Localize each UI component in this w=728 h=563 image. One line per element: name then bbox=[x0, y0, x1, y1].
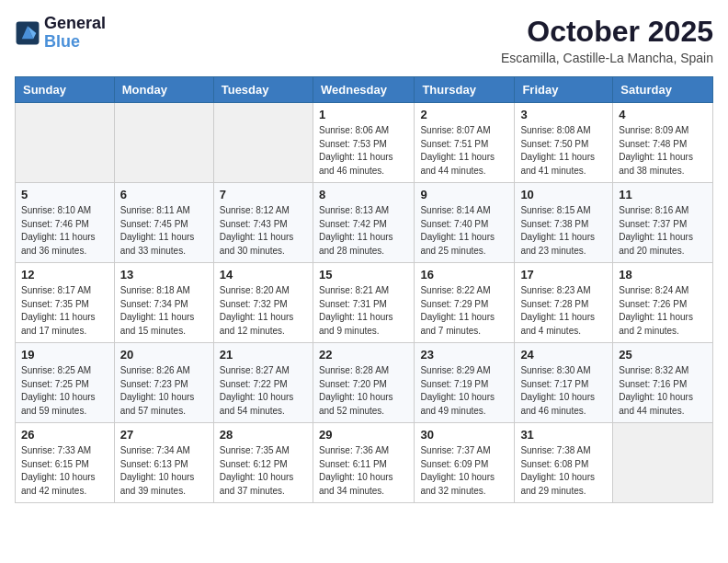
day-info: Sunrise: 8:27 AM Sunset: 7:22 PM Dayligh… bbox=[220, 364, 307, 418]
day-info: Sunrise: 8:12 AM Sunset: 7:43 PM Dayligh… bbox=[220, 204, 307, 258]
day-info: Sunrise: 8:17 AM Sunset: 7:35 PM Dayligh… bbox=[21, 284, 108, 338]
day-number: 8 bbox=[319, 188, 408, 201]
calendar-cell: 30Sunrise: 7:37 AM Sunset: 6:09 PM Dayli… bbox=[415, 423, 515, 503]
day-info: Sunrise: 8:15 AM Sunset: 7:38 PM Dayligh… bbox=[520, 204, 607, 258]
day-number: 25 bbox=[619, 348, 707, 362]
day-number: 16 bbox=[420, 268, 508, 282]
weekday-header-saturday: Saturday bbox=[613, 77, 713, 103]
day-number: 15 bbox=[319, 268, 408, 282]
day-number: 26 bbox=[21, 428, 108, 442]
calendar-cell: 13Sunrise: 8:18 AM Sunset: 7:34 PM Dayli… bbox=[114, 263, 213, 343]
logo-text: General Blue bbox=[44, 15, 106, 52]
calendar-cell: 4Sunrise: 8:09 AM Sunset: 7:48 PM Daylig… bbox=[613, 103, 713, 183]
weekday-header-monday: Monday bbox=[114, 77, 213, 103]
calendar-cell bbox=[613, 423, 713, 503]
logo: General Blue bbox=[15, 15, 106, 52]
calendar-cell: 6Sunrise: 8:11 AM Sunset: 7:45 PM Daylig… bbox=[114, 183, 213, 263]
page-header: General Blue October 2025 Escamilla, Cas… bbox=[15, 15, 713, 65]
day-number: 30 bbox=[420, 428, 508, 442]
calendar-cell: 17Sunrise: 8:23 AM Sunset: 7:28 PM Dayli… bbox=[515, 263, 613, 343]
calendar-cell bbox=[114, 103, 213, 183]
day-number: 6 bbox=[120, 188, 208, 201]
title-block: October 2025 Escamilla, Castille-La Manc… bbox=[501, 15, 713, 65]
day-info: Sunrise: 7:34 AM Sunset: 6:13 PM Dayligh… bbox=[120, 444, 208, 498]
day-info: Sunrise: 8:08 AM Sunset: 7:50 PM Dayligh… bbox=[520, 124, 607, 178]
logo-line2: Blue bbox=[44, 32, 80, 51]
calendar-cell: 15Sunrise: 8:21 AM Sunset: 7:31 PM Dayli… bbox=[313, 263, 414, 343]
calendar-week-5: 26Sunrise: 7:33 AM Sunset: 6:15 PM Dayli… bbox=[16, 423, 713, 503]
day-number: 7 bbox=[220, 188, 307, 201]
day-info: Sunrise: 8:24 AM Sunset: 7:26 PM Dayligh… bbox=[619, 284, 707, 338]
calendar-body: 1Sunrise: 8:06 AM Sunset: 7:53 PM Daylig… bbox=[16, 103, 713, 503]
calendar-cell: 21Sunrise: 8:27 AM Sunset: 7:22 PM Dayli… bbox=[213, 343, 313, 423]
day-info: Sunrise: 8:22 AM Sunset: 7:29 PM Dayligh… bbox=[420, 284, 508, 338]
day-info: Sunrise: 8:23 AM Sunset: 7:28 PM Dayligh… bbox=[520, 284, 607, 338]
day-number: 17 bbox=[520, 268, 607, 282]
calendar-week-4: 19Sunrise: 8:25 AM Sunset: 7:25 PM Dayli… bbox=[16, 343, 713, 423]
day-info: Sunrise: 8:18 AM Sunset: 7:34 PM Dayligh… bbox=[120, 284, 208, 338]
day-number: 9 bbox=[420, 188, 508, 201]
calendar-cell: 7Sunrise: 8:12 AM Sunset: 7:43 PM Daylig… bbox=[213, 183, 313, 263]
day-info: Sunrise: 8:14 AM Sunset: 7:40 PM Dayligh… bbox=[420, 204, 508, 258]
day-number: 2 bbox=[420, 108, 508, 121]
calendar-cell: 25Sunrise: 8:32 AM Sunset: 7:16 PM Dayli… bbox=[613, 343, 713, 423]
day-number: 5 bbox=[21, 188, 108, 201]
logo-line1: General bbox=[44, 15, 106, 33]
calendar-cell: 3Sunrise: 8:08 AM Sunset: 7:50 PM Daylig… bbox=[515, 103, 613, 183]
day-info: Sunrise: 7:37 AM Sunset: 6:09 PM Dayligh… bbox=[420, 444, 508, 498]
calendar-cell: 8Sunrise: 8:13 AM Sunset: 7:42 PM Daylig… bbox=[313, 183, 414, 263]
calendar-cell: 5Sunrise: 8:10 AM Sunset: 7:46 PM Daylig… bbox=[16, 183, 115, 263]
calendar-cell: 23Sunrise: 8:29 AM Sunset: 7:19 PM Dayli… bbox=[415, 343, 515, 423]
day-number: 28 bbox=[220, 428, 307, 442]
day-number: 13 bbox=[120, 268, 208, 282]
day-number: 12 bbox=[21, 268, 108, 282]
day-number: 24 bbox=[520, 348, 607, 362]
calendar-cell: 29Sunrise: 7:36 AM Sunset: 6:11 PM Dayli… bbox=[313, 423, 414, 503]
weekday-header-thursday: Thursday bbox=[415, 77, 515, 103]
day-info: Sunrise: 8:09 AM Sunset: 7:48 PM Dayligh… bbox=[619, 124, 707, 178]
day-info: Sunrise: 8:16 AM Sunset: 7:37 PM Dayligh… bbox=[619, 204, 707, 258]
day-info: Sunrise: 7:36 AM Sunset: 6:11 PM Dayligh… bbox=[319, 444, 408, 498]
weekday-header-wednesday: Wednesday bbox=[313, 77, 414, 103]
day-number: 29 bbox=[319, 428, 408, 442]
day-info: Sunrise: 7:35 AM Sunset: 6:12 PM Dayligh… bbox=[220, 444, 307, 498]
day-number: 10 bbox=[520, 188, 607, 201]
calendar-cell: 22Sunrise: 8:28 AM Sunset: 7:20 PM Dayli… bbox=[313, 343, 414, 423]
calendar-cell: 16Sunrise: 8:22 AM Sunset: 7:29 PM Dayli… bbox=[415, 263, 515, 343]
day-info: Sunrise: 8:30 AM Sunset: 7:17 PM Dayligh… bbox=[520, 364, 607, 418]
calendar-cell: 11Sunrise: 8:16 AM Sunset: 7:37 PM Dayli… bbox=[613, 183, 713, 263]
weekday-row: SundayMondayTuesdayWednesdayThursdayFrid… bbox=[16, 77, 713, 103]
calendar-cell: 28Sunrise: 7:35 AM Sunset: 6:12 PM Dayli… bbox=[213, 423, 313, 503]
day-info: Sunrise: 7:38 AM Sunset: 6:08 PM Dayligh… bbox=[520, 444, 607, 498]
day-number: 23 bbox=[420, 348, 508, 362]
day-number: 1 bbox=[319, 108, 408, 121]
day-info: Sunrise: 8:25 AM Sunset: 7:25 PM Dayligh… bbox=[21, 364, 108, 418]
day-number: 19 bbox=[21, 348, 108, 362]
day-info: Sunrise: 8:10 AM Sunset: 7:46 PM Dayligh… bbox=[21, 204, 108, 258]
calendar-week-1: 1Sunrise: 8:06 AM Sunset: 7:53 PM Daylig… bbox=[16, 103, 713, 183]
calendar-cell: 10Sunrise: 8:15 AM Sunset: 7:38 PM Dayli… bbox=[515, 183, 613, 263]
calendar-cell: 27Sunrise: 7:34 AM Sunset: 6:13 PM Dayli… bbox=[114, 423, 213, 503]
calendar-week-2: 5Sunrise: 8:10 AM Sunset: 7:46 PM Daylig… bbox=[16, 183, 713, 263]
day-number: 11 bbox=[619, 188, 707, 201]
weekday-header-tuesday: Tuesday bbox=[213, 77, 313, 103]
calendar-cell: 24Sunrise: 8:30 AM Sunset: 7:17 PM Dayli… bbox=[515, 343, 613, 423]
day-number: 4 bbox=[619, 108, 707, 121]
calendar-cell: 1Sunrise: 8:06 AM Sunset: 7:53 PM Daylig… bbox=[313, 103, 414, 183]
logo-icon bbox=[15, 20, 40, 46]
day-info: Sunrise: 8:32 AM Sunset: 7:16 PM Dayligh… bbox=[619, 364, 707, 418]
calendar-cell: 2Sunrise: 8:07 AM Sunset: 7:51 PM Daylig… bbox=[415, 103, 515, 183]
day-info: Sunrise: 8:06 AM Sunset: 7:53 PM Dayligh… bbox=[319, 124, 408, 178]
day-number: 3 bbox=[520, 108, 607, 121]
day-info: Sunrise: 8:28 AM Sunset: 7:20 PM Dayligh… bbox=[319, 364, 408, 418]
day-number: 31 bbox=[520, 428, 607, 442]
calendar-cell: 20Sunrise: 8:26 AM Sunset: 7:23 PM Dayli… bbox=[114, 343, 213, 423]
day-info: Sunrise: 8:20 AM Sunset: 7:32 PM Dayligh… bbox=[220, 284, 307, 338]
day-info: Sunrise: 7:33 AM Sunset: 6:15 PM Dayligh… bbox=[21, 444, 108, 498]
day-info: Sunrise: 8:29 AM Sunset: 7:19 PM Dayligh… bbox=[420, 364, 508, 418]
weekday-header-sunday: Sunday bbox=[16, 77, 115, 103]
calendar-header: SundayMondayTuesdayWednesdayThursdayFrid… bbox=[16, 77, 713, 103]
calendar-cell: 31Sunrise: 7:38 AM Sunset: 6:08 PM Dayli… bbox=[515, 423, 613, 503]
day-info: Sunrise: 8:11 AM Sunset: 7:45 PM Dayligh… bbox=[120, 204, 208, 258]
day-number: 21 bbox=[220, 348, 307, 362]
